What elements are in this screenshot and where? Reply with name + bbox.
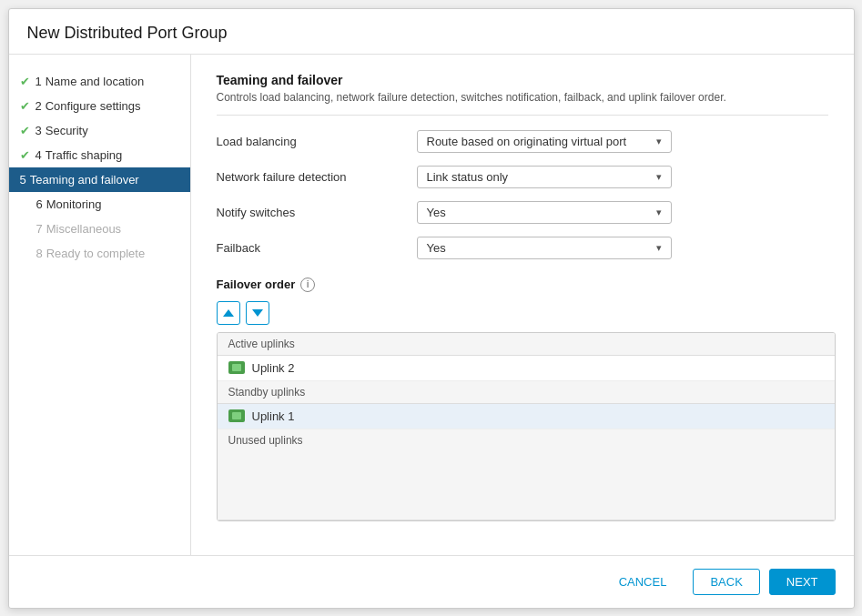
- sidebar-label-4: Traffic shaping: [46, 148, 123, 162]
- next-button[interactable]: NEXT: [769, 569, 836, 595]
- sidebar-item-step5[interactable]: 5 Teaming and failover: [9, 167, 190, 192]
- arrow-buttons: [217, 301, 828, 325]
- select-failback[interactable]: Yes ▾: [417, 237, 672, 259]
- step-num-7: 7: [36, 222, 43, 236]
- step-num-3: 3: [35, 124, 42, 137]
- form-row-load-balancing: Load balancing Route based on originatin…: [217, 130, 828, 153]
- uplinks-container: Active uplinks Uplink 2 Standby uplinks …: [217, 332, 836, 521]
- label-network-failure: Network failure detection: [217, 170, 417, 184]
- step-num-4: 4: [35, 148, 42, 162]
- form-row-failback: Failback Yes ▾: [217, 237, 828, 259]
- move-down-button[interactable]: [246, 301, 269, 325]
- active-uplinks-header: Active uplinks: [218, 333, 835, 356]
- section-desc: Controls load balancing, network failure…: [217, 91, 828, 116]
- chevron-down-icon-4: ▾: [656, 242, 662, 254]
- arrow-up-icon: [223, 309, 234, 317]
- sidebar-item-step8: 8 Ready to complete: [9, 241, 190, 266]
- cancel-button[interactable]: CANCEL: [602, 569, 685, 595]
- check-icon-4: ✔: [20, 148, 30, 162]
- sidebar: ✔ 1 Name and location ✔ 2 Configure sett…: [9, 55, 191, 555]
- chevron-down-icon: ▾: [656, 136, 662, 147]
- failover-title: Failover order: [217, 278, 296, 291]
- form-row-network-failure: Network failure detection Link status on…: [217, 166, 828, 188]
- select-notify-switches[interactable]: Yes ▾: [417, 201, 672, 224]
- back-button[interactable]: BACK: [693, 569, 759, 595]
- step-num-2: 2: [35, 99, 42, 113]
- dialog-body: ✔ 1 Name and location ✔ 2 Configure sett…: [9, 55, 854, 555]
- unused-uplinks-header: Unused uplinks: [218, 429, 835, 520]
- dialog-footer: CANCEL BACK NEXT: [9, 555, 854, 608]
- sidebar-label-3: Security: [46, 124, 88, 137]
- sidebar-item-step2[interactable]: ✔ 2 Configure settings: [9, 94, 190, 118]
- check-icon-3: ✔: [20, 124, 30, 137]
- sidebar-label-8: Ready to complete: [46, 247, 145, 260]
- sidebar-label-2: Configure settings: [46, 99, 141, 113]
- sidebar-item-step1[interactable]: ✔ 1 Name and location: [9, 69, 190, 94]
- label-notify-switches: Notify switches: [217, 206, 417, 219]
- main-content: Teaming and failover Controls load balan…: [191, 55, 854, 555]
- select-failback-value: Yes: [427, 241, 446, 255]
- select-load-balancing-value: Route based on originating virtual port: [427, 135, 627, 148]
- check-icon-1: ✔: [20, 75, 30, 88]
- sidebar-item-step4[interactable]: ✔ 4 Traffic shaping: [9, 143, 190, 167]
- move-up-button[interactable]: [217, 301, 240, 325]
- dialog: New Distributed Port Group ✔ 1 Name and …: [8, 8, 855, 609]
- uplink-icon-2: [228, 409, 245, 422]
- sidebar-item-step3[interactable]: ✔ 3 Security: [9, 118, 190, 143]
- check-icon-2: ✔: [20, 99, 30, 113]
- sidebar-item-step6[interactable]: 6 Monitoring: [9, 192, 190, 217]
- select-notify-switches-value: Yes: [427, 206, 446, 219]
- step-num-8: 8: [36, 247, 43, 260]
- uplink-name-2: Uplink 1: [252, 409, 295, 423]
- failover-section: Failover order i Active uplinks: [217, 278, 828, 521]
- info-icon[interactable]: i: [300, 278, 315, 292]
- select-network-failure-value: Link status only: [427, 170, 509, 184]
- sidebar-label-1: Name and location: [46, 75, 144, 88]
- sidebar-item-step7: 7 Miscellaneous: [9, 217, 190, 241]
- label-failback: Failback: [217, 241, 417, 255]
- failover-header: Failover order i: [217, 278, 828, 292]
- select-load-balancing[interactable]: Route based on originating virtual port …: [417, 130, 672, 153]
- uplink-name: Uplink 2: [252, 361, 295, 375]
- step-num-6: 6: [36, 197, 43, 211]
- dialog-title: New Distributed Port Group: [9, 9, 854, 55]
- sidebar-label-5: Teaming and failover: [30, 173, 139, 187]
- form-row-notify-switches: Notify switches Yes ▾: [217, 201, 828, 224]
- sidebar-label-6: Monitoring: [46, 197, 102, 211]
- section-title: Teaming and failover: [217, 73, 828, 87]
- uplink-icon: [228, 361, 245, 374]
- step-num-5: 5: [20, 173, 26, 187]
- step-num-1: 1: [35, 75, 42, 88]
- list-item[interactable]: Uplink 1: [218, 404, 835, 429]
- chevron-down-icon-3: ▾: [656, 207, 662, 218]
- select-network-failure[interactable]: Link status only ▾: [417, 166, 672, 188]
- label-load-balancing: Load balancing: [217, 135, 417, 148]
- arrow-down-icon: [252, 309, 263, 317]
- standby-uplinks-header: Standby uplinks: [218, 381, 835, 404]
- chevron-down-icon-2: ▾: [656, 171, 662, 183]
- list-item[interactable]: Uplink 2: [218, 356, 835, 381]
- sidebar-label-7: Miscellaneous: [46, 222, 121, 236]
